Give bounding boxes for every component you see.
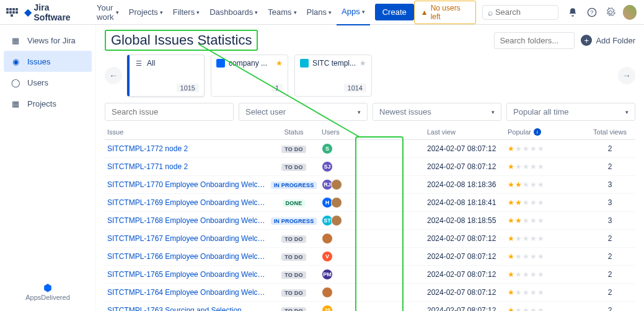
issue-link[interactable]: SITCTMPL-1770 Employee Onboarding Welcom… <box>105 180 266 189</box>
status-badge: TO DO <box>281 164 306 171</box>
search-icon: ⌕ <box>488 7 493 17</box>
issue-link[interactable]: SITCTMPL-1767 Employee Onboarding Welcom… <box>105 234 266 243</box>
user-avatar[interactable]: PM <box>322 269 333 280</box>
user-avatar[interactable]: SJ <box>322 161 333 172</box>
user-avatar[interactable] <box>331 179 342 190</box>
total-views: 3 <box>588 216 632 225</box>
help-icon[interactable]: ? <box>584 5 599 20</box>
total-views: 2 <box>588 270 632 279</box>
star-icon[interactable]: ★ <box>359 59 366 68</box>
last-view: 2024-02-07 08:07:12 <box>427 162 508 171</box>
issue-link[interactable]: SITCTMPL-1771 node 2 <box>105 162 266 171</box>
nav-plans[interactable]: Plans▾ <box>302 0 337 25</box>
app-switcher-icon[interactable] <box>5 5 19 20</box>
issues-icon: ◉ <box>10 56 21 67</box>
settings-icon[interactable] <box>604 5 618 20</box>
users-cell <box>322 233 427 244</box>
nav-filters[interactable]: Filters▾ <box>168 0 205 25</box>
popularity-stars: ★★★★★ <box>508 216 588 225</box>
issue-link[interactable]: SITCTMPL-1764 Employee Onboarding Welcom… <box>105 288 266 297</box>
col-last: Last view <box>427 128 508 136</box>
folder-icon <box>300 59 309 68</box>
card-count: 1 <box>271 84 283 92</box>
sort-dropdown[interactable]: Newest issues▾ <box>373 103 501 121</box>
issue-link[interactable]: SITCTMPL-1766 Employee Onboarding Welcom… <box>105 252 266 261</box>
last-view: 2024-02-08 18:18:36 <box>427 180 508 189</box>
search-folders-input[interactable] <box>494 32 575 49</box>
nav-projects[interactable]: Projects▾ <box>124 0 168 25</box>
issues-table: Issue Status Users Last view Populari To… <box>105 125 635 311</box>
status-badge: TO DO <box>281 253 306 261</box>
user-avatar[interactable]: V <box>322 251 333 262</box>
cards-next-arrow[interactable]: → <box>618 67 635 84</box>
sidebar-footer-text: AppsDelivered <box>4 294 92 301</box>
jira-logo[interactable]: ◆ Jira Software <box>24 2 85 22</box>
users-cell: PM <box>322 269 427 280</box>
users-cell: V <box>322 251 427 262</box>
issue-link[interactable]: SITCTMPL-1769 Employee Onboarding Welcom… <box>105 198 266 207</box>
total-views: 2 <box>588 234 632 243</box>
last-view: 2024-02-07 08:07:12 <box>427 144 508 153</box>
user-avatar[interactable] <box>322 233 333 244</box>
status-badge: TO DO <box>281 235 306 243</box>
users-cell: JS <box>322 305 427 311</box>
total-views: 2 <box>588 288 632 297</box>
col-users: Users <box>322 128 427 136</box>
issue-link[interactable]: SITCTMPL-1763 Sourcing and Selection <box>105 306 266 311</box>
profile-avatar[interactable] <box>623 5 637 20</box>
global-search[interactable]: ⌕ <box>482 5 558 20</box>
popularity-stars: ★★★★★ <box>508 270 588 279</box>
add-folder-button[interactable]: + Add Folder <box>581 35 635 46</box>
search-issue-input[interactable] <box>105 103 234 121</box>
nav-teams[interactable]: Teams▾ <box>263 0 301 25</box>
sidebar-item-users[interactable]: ◯Users <box>4 72 92 93</box>
table-row: SITCTMPL-1768 Employee Onboarding Welcom… <box>105 212 635 230</box>
user-avatar[interactable] <box>331 215 342 226</box>
popularity-stars: ★★★★★ <box>508 288 588 297</box>
sidebar-item-issues[interactable]: ◉Issues <box>4 51 92 72</box>
star-icon[interactable]: ★ <box>276 59 283 68</box>
table-row: SITCTMPL-1769 Employee Onboarding Welcom… <box>105 194 635 212</box>
info-icon[interactable]: i <box>534 128 541 136</box>
chevron-down-icon: ▾ <box>492 109 495 115</box>
folder-card[interactable]: company ...★1 <box>211 55 288 97</box>
total-views: 3 <box>588 198 632 207</box>
cards-prev-arrow[interactable]: ← <box>105 67 122 84</box>
user-avatar[interactable]: JS <box>322 305 333 311</box>
last-view: 2024-02-07 08:07:12 <box>427 252 508 261</box>
last-view: 2024-02-07 08:07:12 <box>427 234 508 243</box>
no-users-warning[interactable]: ▲ No users left <box>414 1 476 24</box>
folder-icon: ☰ <box>135 59 143 68</box>
popularity-stars: ★★★★★ <box>508 144 588 153</box>
notifications-icon[interactable] <box>566 5 580 20</box>
sidebar-item-views-for-jira[interactable]: ▦Views for Jira <box>4 30 92 51</box>
search-input[interactable] <box>495 7 553 17</box>
card-count: 1015 <box>177 84 199 92</box>
issue-link[interactable]: SITCTMPL-1772 node 2 <box>105 144 266 153</box>
chevron-down-icon: ▾ <box>362 9 365 15</box>
nav-dashboards[interactable]: Dashboards▾ <box>205 0 263 25</box>
projects-icon: ▦ <box>10 98 21 109</box>
sidebar-item-projects[interactable]: ▦Projects <box>4 93 92 114</box>
warning-text: No users left <box>431 4 469 21</box>
user-avatar[interactable]: S <box>322 143 333 154</box>
user-avatar[interactable] <box>322 287 333 298</box>
nav-your-work[interactable]: Your work▾ <box>92 0 124 25</box>
status-badge: TO DO <box>281 307 306 311</box>
range-dropdown[interactable]: Popular all time▾ <box>506 103 635 121</box>
chevron-down-icon: ▾ <box>160 9 163 15</box>
users-icon: ◯ <box>10 77 21 88</box>
table-row: SITCTMPL-1763 Sourcing and SelectionTO D… <box>105 302 635 311</box>
folder-card[interactable]: ☰All1015 <box>127 55 205 97</box>
folder-card[interactable]: SITC templ...★1014 <box>294 55 372 97</box>
views-icon: ▦ <box>10 35 21 46</box>
create-button[interactable]: Create <box>375 4 414 20</box>
issue-link[interactable]: SITCTMPL-1768 Employee Onboarding Welcom… <box>105 216 266 225</box>
table-row: SITCTMPL-1770 Employee Onboarding Welcom… <box>105 176 635 194</box>
select-user-dropdown[interactable]: Select user▾ <box>239 103 368 121</box>
issue-link[interactable]: SITCTMPL-1765 Employee Onboarding Welcom… <box>105 270 266 279</box>
total-views: 2 <box>588 144 632 153</box>
nav-apps[interactable]: Apps▾ <box>337 0 370 25</box>
user-avatar[interactable] <box>331 197 342 208</box>
last-view: 2024-02-07 08:07:12 <box>427 288 508 297</box>
